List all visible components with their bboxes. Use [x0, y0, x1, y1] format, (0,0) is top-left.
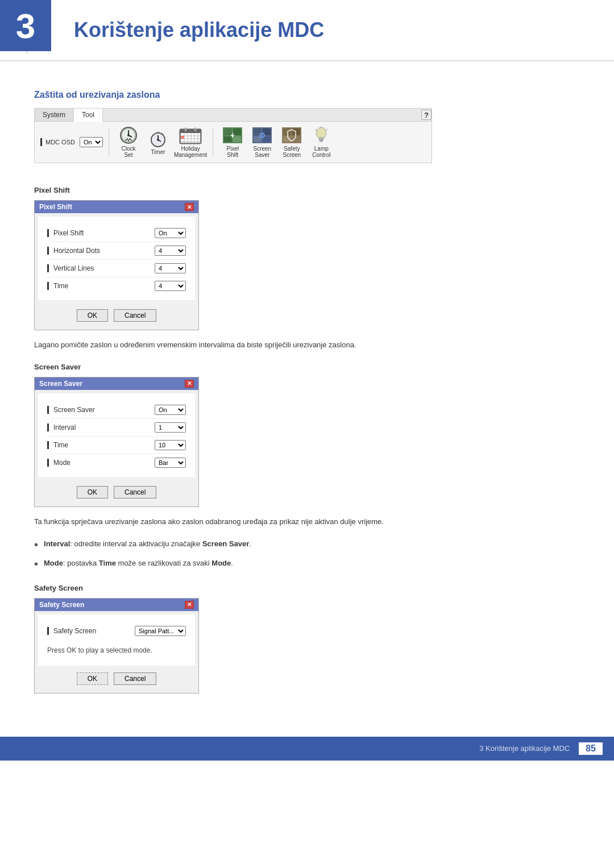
screen-saver-row-1-label: Interval	[47, 423, 76, 431]
safety-screen-note: Press OK to play a selected mode.	[47, 639, 186, 658]
toolbar-tabs: System Tool ?	[35, 109, 432, 122]
svg-rect-32	[224, 136, 232, 142]
safety-screen-ok-button[interactable]: OK	[77, 672, 108, 685]
clock-icon	[118, 126, 139, 144]
screen-saver-titlebar: Screen Saver ✕	[35, 377, 198, 390]
vertical-lines-select[interactable]: 4123	[155, 263, 186, 273]
svg-rect-44	[292, 136, 300, 142]
holiday-management-button[interactable]: HolidayManagement	[174, 126, 207, 158]
pixel-shift-info-text: Lagano pomičite zaslon u određenim vreme…	[34, 339, 580, 351]
safety-screen-dialog: Safety Screen ✕ Safety Screen Signal Pat…	[34, 598, 199, 693]
time-select-pixel[interactable]: 4123	[155, 281, 186, 291]
main-content: Zaštita od urezivanja zaslona System Too…	[0, 61, 614, 737]
bullet-dot-2: •	[34, 555, 38, 572]
safety-screen-cancel-button[interactable]: Cancel	[114, 672, 156, 685]
holiday-management-label: HolidayManagement	[174, 146, 207, 158]
screen-saver-ok-button[interactable]: OK	[77, 486, 108, 499]
timer-button[interactable]: Timer	[144, 130, 172, 155]
svg-rect-42	[292, 128, 300, 135]
toolbar-body: MDC OSD On Off ClockSe	[35, 122, 432, 163]
screen-saver-section-label: Screen Saver	[34, 363, 580, 371]
time-select-screen[interactable]: 1051520	[155, 440, 186, 450]
pixel-shift-dialog: Pixel Shift ✕ Pixel Shift OnOff Horizont…	[34, 200, 199, 330]
screen-saver-dialog-title: Screen Saver	[39, 380, 82, 388]
pixel-shift-row-0: Pixel Shift OnOff	[47, 225, 186, 242]
mode-select[interactable]: BarPixelFade	[155, 458, 186, 468]
page-title: Korištenje aplikacije MDC	[74, 18, 324, 42]
pixel-shift-section-label: Pixel Shift	[34, 186, 580, 194]
holiday-icon	[179, 126, 202, 144]
pixel-shift-row-1-label: Horizontal Dots	[47, 247, 100, 255]
help-button[interactable]: ?	[421, 110, 432, 120]
label-bar	[47, 282, 49, 290]
tab-tool[interactable]: Tool	[74, 109, 103, 122]
horizontal-dots-select[interactable]: 4123	[155, 246, 186, 256]
pixel-shift-label: PixelShift	[226, 146, 239, 158]
interval-bold: Interval	[44, 539, 70, 548]
screen-saver-row-1: Interval 123	[47, 419, 186, 437]
label-bar	[47, 441, 49, 449]
svg-rect-43	[283, 136, 291, 142]
lamp-control-icon	[311, 126, 331, 144]
pixel-shift-titlebar: Pixel Shift ✕	[35, 201, 198, 213]
screen-saver-row-3-label: Mode	[47, 459, 70, 467]
mdc-osd-label: MDC OSD	[45, 139, 75, 146]
pixel-shift-dialog-title: Pixel Shift	[39, 203, 72, 211]
screen-saver-row-0: Screen Saver OnOff	[47, 401, 186, 419]
clock-set-label: ClockSet	[121, 146, 135, 158]
pixel-shift-row-0-label: Pixel Shift	[47, 229, 84, 237]
safety-screen-row-0: Safety Screen Signal Patt...	[47, 622, 186, 639]
svg-point-45	[316, 127, 326, 139]
mode-bold: Mode	[44, 559, 63, 567]
pixel-shift-row-3: Time 4123	[47, 277, 186, 294]
screen-saver-close-button[interactable]: ✕	[185, 380, 194, 388]
safety-screen-label: SafetyScreen	[283, 146, 301, 158]
label-bar	[47, 406, 49, 414]
pixel-shift-ok-button[interactable]: OK	[77, 309, 108, 322]
svg-rect-41	[283, 128, 291, 135]
safety-screen-dialog-body: Safety Screen Signal Patt... Press OK to…	[38, 614, 195, 666]
svg-point-7	[127, 134, 130, 136]
screen-saver-cancel-button[interactable]: Cancel	[114, 486, 156, 499]
label-bar	[47, 229, 49, 237]
footer-page: 85	[579, 742, 603, 755]
lamp-control-button[interactable]: LampControl	[308, 126, 335, 158]
pixel-shift-select[interactable]: OnOff	[155, 228, 186, 238]
bullet-item-mode-text: Mode: postavka Time može se razlikovati …	[44, 558, 233, 569]
bullet-item-interval-text: Interval: odredite interval za aktivacij…	[44, 538, 251, 550]
lamp-control-label: LampControl	[312, 146, 330, 158]
svg-rect-47	[320, 140, 323, 142]
pixel-shift-close-button[interactable]: ✕	[185, 203, 194, 211]
clock-set-button[interactable]: ClockSet	[115, 126, 142, 158]
safety-screen-button[interactable]: SafetyScreen	[278, 126, 305, 158]
svg-rect-13	[156, 132, 160, 134]
screen-saver-row-2: Time 1051520	[47, 437, 186, 454]
label-bar	[47, 247, 49, 255]
screen-saver-info-text: Ta funkcija sprječava urezivanje zaslona…	[34, 516, 580, 528]
screen-saver-select[interactable]: OnOff	[155, 405, 186, 415]
safety-screen-icon	[281, 126, 302, 144]
screen-saver-row-2-label: Time	[47, 441, 68, 449]
pixel-shift-dialog-footer: OK Cancel	[38, 304, 195, 326]
tab-system[interactable]: System	[35, 109, 74, 121]
screen-saver-dialog-footer: OK Cancel	[38, 480, 195, 503]
mdc-bar	[40, 138, 42, 146]
safety-screen-close-button[interactable]: ✕	[185, 601, 194, 609]
pixel-shift-cancel-button[interactable]: Cancel	[114, 309, 156, 322]
screen-saver-button[interactable]: ScreenSaver	[248, 126, 276, 158]
toolbar-separator	[109, 128, 109, 156]
chapter-number-box: 3	[0, 0, 51, 51]
safety-screen-row-0-label: Safety Screen	[47, 627, 96, 635]
safety-screen-select[interactable]: Signal Patt...	[135, 626, 186, 636]
safety-screen-dialog-footer: OK Cancel	[38, 669, 195, 690]
screen-saver-bold: Screen Saver	[202, 539, 249, 548]
pixel-shift-button[interactable]: PixelShift	[219, 126, 246, 158]
mdc-osd-select[interactable]: On Off	[80, 137, 103, 147]
svg-rect-28	[181, 136, 184, 139]
footer-text: 3 Korištenje aplikacije MDC	[479, 744, 570, 753]
svg-point-12	[157, 139, 159, 141]
safety-screen-titlebar: Safety Screen ✕	[35, 599, 198, 611]
interval-select[interactable]: 123	[155, 422, 186, 433]
pixel-shift-row-1: Horizontal Dots 4123	[47, 242, 186, 260]
bullet-item-mode: • Mode: postavka Time može se razlikovat…	[34, 558, 580, 572]
